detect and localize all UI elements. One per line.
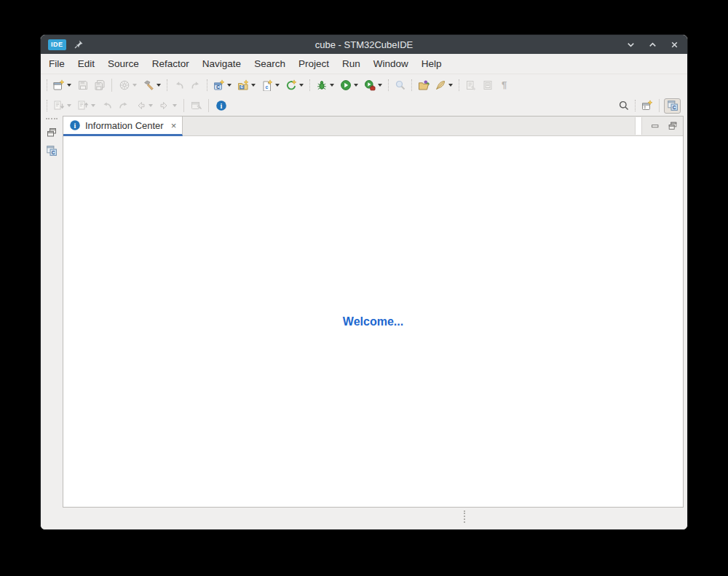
forward-curved-icon xyxy=(117,100,130,112)
menu-help[interactable]: Help xyxy=(415,55,448,72)
search-icon xyxy=(617,100,630,112)
dropdown-arrow-icon[interactable] xyxy=(378,84,382,87)
perspective-new-icon xyxy=(641,100,653,112)
build-button[interactable] xyxy=(141,77,163,92)
pilcrow-icon: ¶ xyxy=(498,79,510,91)
c-window-new-icon: C xyxy=(213,79,225,91)
menu-run[interactable]: Run xyxy=(336,55,367,72)
menu-navigate[interactable]: Navigate xyxy=(196,55,248,72)
info-icon: i xyxy=(69,119,81,131)
toolbar-separator xyxy=(207,79,207,91)
dropdown-arrow-icon[interactable] xyxy=(251,84,256,87)
menu-window[interactable]: Window xyxy=(367,55,415,72)
close-x-icon xyxy=(669,39,680,50)
debug-button[interactable] xyxy=(314,77,336,92)
editor-tabstrip: i Information Center × xyxy=(63,117,683,136)
new-button[interactable] xyxy=(51,77,74,92)
mark-occurrences-button xyxy=(463,77,478,92)
dropdown-arrow-icon[interactable] xyxy=(330,84,334,87)
dropdown-arrow-icon[interactable] xyxy=(67,84,71,87)
restore-view-icon xyxy=(668,121,678,131)
maximize-view-button[interactable] xyxy=(665,117,680,135)
new-launch-config-button[interactable] xyxy=(283,77,306,92)
back-arrow-icon xyxy=(134,100,146,112)
tab-information-center[interactable]: i Information Center × xyxy=(63,117,183,136)
svg-text:i: i xyxy=(74,122,76,130)
dropdown-arrow-icon[interactable] xyxy=(275,84,280,87)
dropdown-arrow-icon[interactable] xyxy=(354,84,358,87)
pin-icon[interactable] xyxy=(74,39,84,50)
external-tools-button[interactable] xyxy=(362,77,384,92)
menu-project[interactable]: Project xyxy=(292,55,336,72)
navigation-toolbar-right: C xyxy=(615,98,681,114)
tab-close-button[interactable]: × xyxy=(171,121,177,130)
dropdown-arrow-icon[interactable] xyxy=(448,84,453,87)
dropdown-arrow-icon[interactable] xyxy=(299,84,304,87)
launch-new-icon xyxy=(285,79,297,91)
svg-text:C: C xyxy=(52,150,55,155)
toolbar-separator xyxy=(47,100,47,111)
back-button xyxy=(132,98,155,114)
information-center-button[interactable]: i xyxy=(213,98,229,114)
toolbar-separator xyxy=(388,79,389,91)
window-title: cube - STM32CubeIDE xyxy=(41,39,687,50)
editor-frame: i Information Center × Welcome... xyxy=(63,116,684,508)
c-search-button xyxy=(392,77,408,92)
save-icon xyxy=(76,79,89,91)
undo-curved-icon xyxy=(173,79,185,91)
window-maximize-button[interactable] xyxy=(646,39,658,50)
new-project-button[interactable]: C xyxy=(235,77,258,92)
back-curved-icon xyxy=(100,100,113,112)
toolbar-separator xyxy=(208,99,209,112)
run-button[interactable] xyxy=(338,77,360,92)
window-minimize-button[interactable] xyxy=(625,39,636,50)
save-all-icon xyxy=(93,79,106,91)
menubar: FileEditSourceRefactorNavigateSearchProj… xyxy=(41,54,687,74)
forward-arrow-icon xyxy=(158,100,170,112)
open-perspective-button[interactable] xyxy=(639,98,654,114)
minimize-view-button[interactable] xyxy=(648,117,662,135)
menu-edit[interactable]: Edit xyxy=(71,55,101,72)
restore-view-icon xyxy=(46,127,58,138)
hammer-icon xyxy=(142,79,154,91)
chevron-up-icon xyxy=(647,39,658,50)
svg-text:i: i xyxy=(220,102,222,110)
dropdown-arrow-icon[interactable] xyxy=(157,84,161,87)
redo-curved-icon xyxy=(189,79,202,91)
toolbar-separator xyxy=(47,79,47,91)
status-sash-handle[interactable] xyxy=(464,510,465,523)
open-element-button[interactable] xyxy=(416,77,431,92)
dropdown-arrow-icon xyxy=(149,104,153,107)
doc-frame-icon xyxy=(481,79,494,91)
toolbar-separator xyxy=(167,79,167,91)
toolbar-separator xyxy=(111,79,112,92)
menu-file[interactable]: File xyxy=(42,55,71,72)
minimized-cpp-view-button[interactable]: C xyxy=(44,143,59,158)
c-folder-new-icon: C xyxy=(237,79,249,91)
restore-views-button[interactable] xyxy=(44,125,59,140)
chevron-down-icon xyxy=(625,39,636,50)
next-edit-location-button xyxy=(116,98,131,114)
save-button xyxy=(75,77,90,92)
external-tools-icon xyxy=(363,79,376,91)
pin-editor-icon xyxy=(190,100,202,112)
new-c-file-button[interactable]: c xyxy=(259,77,282,92)
menu-refactor[interactable]: Refactor xyxy=(146,55,196,72)
annotate-button[interactable] xyxy=(432,77,455,92)
menu-search[interactable]: Search xyxy=(248,55,292,72)
app-logo: IDE xyxy=(48,39,66,50)
window-titlebar[interactable]: IDE cube - STM32CubeIDE xyxy=(41,35,687,54)
view-stack-drag-handle[interactable] xyxy=(46,118,58,122)
toolbar-separator xyxy=(459,79,459,91)
info-icon: i xyxy=(215,100,227,112)
workbench-area: C i Information Center × Welcome... xyxy=(41,116,687,508)
window-controls xyxy=(625,39,680,50)
new-stm32-project-button[interactable]: C xyxy=(211,77,234,92)
window-close-button[interactable] xyxy=(668,39,680,50)
cpp-perspective-icon: C xyxy=(46,145,58,157)
doc-edit-icon xyxy=(464,79,477,91)
menu-source[interactable]: Source xyxy=(101,55,146,72)
find-actions-button[interactable] xyxy=(616,98,631,114)
dropdown-arrow-icon[interactable] xyxy=(227,84,232,87)
cpp-perspective-button[interactable]: C xyxy=(664,98,681,114)
